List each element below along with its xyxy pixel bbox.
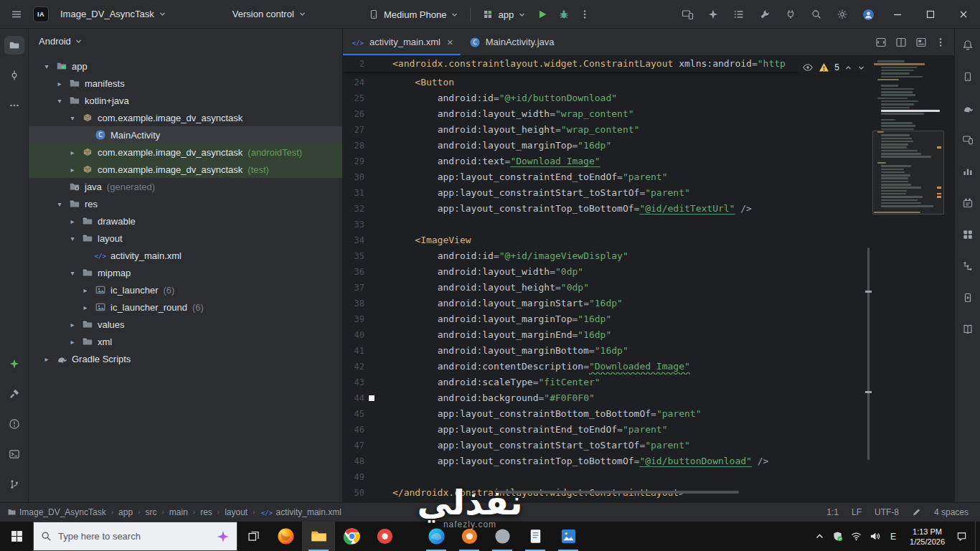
search-everywhere-button[interactable] [804,0,829,29]
problems-icon[interactable] [4,415,24,433]
structure-icon[interactable] [958,257,978,276]
todo-list-button[interactable] [726,0,752,29]
code-line[interactable]: 25 android:id="@+id/buttonDownload" [343,90,867,106]
code-line[interactable]: 37 android:layout_height="0dp" [343,280,867,296]
chevron-down-icon[interactable]: ▾ [42,62,52,70]
code-line[interactable]: 33 [343,217,867,232]
breadcrumb-item[interactable]: </>activity_main.xml [260,507,341,518]
project-selector[interactable]: Image_DV_AsyncTask [55,4,172,24]
resource-manager-icon[interactable] [958,225,978,244]
chevron-down-icon[interactable]: ▾ [55,200,65,208]
chevron-down-icon[interactable]: ▾ [67,114,77,122]
code-editor[interactable]: 2<androidx.constraintlayout.widget.Const… [343,56,954,502]
tree-item-com-example-image_dv_asynctask[interactable]: ▾com.example.image_dv_asynctask [29,109,342,126]
code-line[interactable]: 28 android:layout_marginTop="16dp" [343,138,867,154]
breadcrumb-item[interactable]: main [169,507,188,517]
readonly-toggle[interactable] [912,507,921,517]
gradle-icon[interactable] [958,99,978,118]
code-line[interactable]: 48 app:layout_constraintTop_toBottomOf="… [343,453,867,469]
tab-mainactivity-java[interactable]: CMainActivity.java [461,29,562,55]
code-line[interactable]: 31 app:layout_constraintStart_toStartOf=… [343,185,867,201]
tray-expand-icon[interactable] [815,532,824,541]
chevron-right-icon[interactable]: ▸ [55,80,65,88]
chevron-right-icon[interactable]: ▸ [80,286,90,294]
code-line[interactable]: 35 android:id="@+id/imageViewDisplay" [343,248,867,264]
tree-item-activity_main-xml[interactable]: </>activity_main.xml [29,247,342,264]
tree-item-com-example-image_dv_asynctask[interactable]: ▸com.example.image_dv_asynctask(androidT… [29,143,342,161]
device-selector[interactable]: Medium Phone [362,4,464,24]
code-line[interactable]: 47 app:layout_constraintStart_toStartOf=… [343,438,867,453]
pinned-app-orange-taskbar-icon[interactable] [453,522,486,551]
cursor-position-widget[interactable]: 1:1 [826,507,839,517]
tree-item-drawable[interactable]: ▸drawable [29,212,342,230]
tree-item-mainactivity[interactable]: CMainActivity [29,126,342,143]
file-explorer-taskbar-icon[interactable] [302,522,335,551]
action-center-icon[interactable] [956,531,967,542]
code-line[interactable]: 49 [343,469,867,485]
emulator-icon[interactable] [958,288,978,307]
maximize-button[interactable] [914,0,947,29]
minimap-viewport[interactable] [872,131,944,215]
device-manager-icon[interactable] [958,67,978,86]
chevron-right-icon[interactable]: ▸ [67,149,77,156]
app-quality-insights-icon[interactable] [958,162,978,181]
tree-item-values[interactable]: ▸values [29,316,342,333]
chevron-right-icon[interactable]: ▸ [67,321,77,329]
language-indicator[interactable]: E [888,532,898,542]
photos-taskbar-icon[interactable] [552,522,585,551]
pinned-app-red-taskbar-icon[interactable] [368,522,401,551]
chevron-right-icon[interactable]: ▸ [67,338,77,346]
build-icon[interactable] [4,385,24,403]
minimap[interactable] [874,60,943,220]
code-line[interactable]: 36 android:layout_width="0dp" [343,264,867,280]
code-line[interactable]: 42 android:contentDescription="Downloade… [343,359,867,375]
ai-assistant-button[interactable] [700,0,726,29]
device-streaming-button[interactable] [674,0,700,29]
design-view-icon[interactable] [915,37,927,48]
more-options-icon[interactable] [936,37,946,48]
run-configuration-selector[interactable]: app [476,4,532,24]
chevron-right-icon[interactable]: ▸ [67,166,77,174]
tree-item-gradle-scripts[interactable]: ▸Gradle Scripts [29,350,342,367]
breadcrumb-item[interactable]: src [145,507,156,517]
tree-item-ic_launcher_round[interactable]: ▸ic_launcher_round(6) [29,298,342,316]
tree-item-kotlin-java[interactable]: ▾kotlin+java [29,92,342,109]
editor-vertical-scrollbar[interactable] [867,248,870,460]
start-button[interactable] [0,522,33,551]
previous-problem-icon[interactable] [844,64,852,72]
running-devices-icon[interactable] [958,131,978,149]
run-button[interactable] [532,4,553,24]
more-run-actions-button[interactable] [575,4,595,24]
chevron-down-icon[interactable]: ▾ [67,235,77,242]
chevron-right-icon[interactable]: ▸ [67,217,77,225]
code-line[interactable]: 44 android:background="#F0F0F0" [343,390,867,406]
editor-horizontal-scrollbar[interactable] [495,491,739,494]
next-problem-icon[interactable] [857,64,865,72]
breadcrumb-item[interactable]: res [200,507,212,517]
code-line[interactable]: 38 android:layout_marginStart="16dp" [343,296,867,311]
tree-item-xml[interactable]: ▸xml [29,333,342,350]
encoding-widget[interactable]: UTF-8 [875,507,899,517]
security-shield-icon[interactable] [832,531,843,542]
tree-item-java[interactable]: java(generated) [29,178,342,195]
chevron-right-icon[interactable]: ▸ [80,303,90,311]
tree-item-mipmap[interactable]: ▾mipmap [29,264,342,281]
edge-taskbar-icon[interactable] [420,522,453,551]
main-menu-button[interactable] [6,4,27,24]
warning-count[interactable]: 5 [834,62,839,72]
code-line[interactable]: 32 app:layout_constraintTop_toBottomOf="… [343,201,867,217]
debug-button[interactable] [553,4,575,24]
code-line[interactable]: 24 <Button [343,75,867,90]
commit-icon[interactable] [4,66,24,85]
tab-activity_main-xml[interactable]: </>activity_main.xml× [343,29,461,55]
more-tools-icon[interactable] [4,96,24,115]
pinned-app-taskbar-icon[interactable] [486,522,519,551]
code-line[interactable]: 40 android:layout_marginEnd="16dp" [343,327,867,343]
tree-item-ic_launcher[interactable]: ▸ic_launcher(6) [29,281,342,298]
taskbar-clock[interactable]: 1:13 PM 1/25/2026 [906,527,948,547]
breadcrumb-item[interactable]: app [118,507,133,517]
git-icon[interactable] [4,475,24,494]
tree-item-res[interactable]: ▾res [29,195,342,212]
tree-item-app[interactable]: ▾app [29,57,342,75]
notepad-taskbar-icon[interactable] [519,522,552,551]
